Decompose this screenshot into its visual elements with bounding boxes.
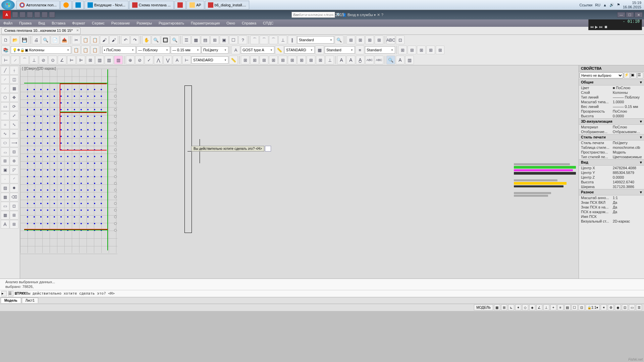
redo-icon[interactable]: ↷ (130, 36, 139, 44)
layer-tool-icon[interactable]: 📋 (91, 46, 99, 54)
preview-icon[interactable]: 🔍 (41, 36, 50, 44)
constraint-icon[interactable]: ∥ (288, 36, 297, 44)
array-icon[interactable]: ▦ (10, 84, 18, 93)
select-objects-icon[interactable]: ▣ (631, 72, 637, 78)
props-section[interactable]: Разное▾ (579, 189, 644, 195)
tool-icon[interactable]: ⊞ (210, 36, 219, 44)
text-tool-icon[interactable]: ▥ (405, 56, 414, 64)
props-row[interactable]: Знак ПСК в на...Да (579, 205, 644, 209)
arc-icon[interactable]: ⌒ (260, 36, 268, 44)
tablestyle-combo[interactable]: Standard▼ (325, 46, 355, 54)
dimstyle-combo[interactable]: STANDARD▼ (284, 46, 315, 54)
ellipse-icon[interactable]: ⬭ (1, 138, 9, 147)
command-input[interactable]: ▸ ☰ ШТРИХ Вы действительно хотите сделат… (0, 290, 644, 297)
document-tab[interactable]: Схема генплана 10...казчиком 11 06 15*✕ (1, 27, 80, 34)
insert-icon[interactable]: ⊞ (375, 36, 383, 44)
taskbar-item-5[interactable] (174, 1, 186, 9)
status-grid-icon[interactable]: ▦ (494, 304, 500, 310)
block-icon[interactable]: ⊞ (426, 46, 435, 54)
qat-open-icon[interactable] (19, 12, 25, 18)
text-icon[interactable]: ABC (386, 36, 395, 44)
qat-new-icon[interactable] (12, 12, 18, 18)
mlstyle-icon[interactable]: ≡ (356, 46, 364, 54)
taskbar-item-2[interactable] (72, 1, 84, 9)
props-row[interactable]: Тип линий——— ПоБлоку (579, 95, 644, 100)
menu-insert[interactable]: Вставка (48, 21, 69, 25)
status-annoscale[interactable]: 🔒 1:1 ▾ (586, 304, 600, 310)
props-row[interactable]: Пространство...Модель (579, 150, 644, 155)
dim-tool-icon[interactable]: ⋁ (163, 56, 172, 64)
menu-tools[interactable]: Сервис (89, 21, 108, 25)
status-snap-icon[interactable]: ⊞ (501, 304, 507, 310)
constraint-icon[interactable]: ⊥ (278, 36, 287, 44)
taskbar-item-7[interactable]: b6_dialog_install.... (205, 1, 249, 9)
status-clean-icon[interactable]: ▭ (629, 304, 635, 310)
tool-icon[interactable]: ⊞ (10, 211, 18, 220)
erase-icon[interactable]: ⌫ (10, 193, 18, 201)
taskbar-item-6[interactable]: АР (186, 1, 204, 9)
dim-ang-icon[interactable]: ∠ (58, 56, 66, 64)
annostyle-combo[interactable]: STANDARD▼ (192, 56, 228, 64)
status-3dosnap-icon[interactable]: ◈ (529, 304, 535, 310)
spds-icon[interactable]: ⊞ (269, 56, 278, 64)
calc-icon[interactable]: ▤ (201, 36, 210, 44)
taskbar-item-3[interactable]: Входящие - Novi... (85, 1, 128, 9)
tool-icon[interactable]: ⊞ (10, 220, 18, 229)
props-row[interactable]: ПрозрачностьПоСлою (579, 109, 644, 114)
layer-icon[interactable]: 📚 (1, 46, 10, 54)
start-button[interactable] (1, 0, 15, 10)
text-A-icon[interactable]: A̲ (356, 56, 365, 64)
status-tpy-icon[interactable]: ▤ (565, 304, 571, 310)
props-row[interactable]: Таблица стиле...monochrome.ctb (579, 145, 644, 150)
props-row[interactable]: Имя ПСК (579, 214, 644, 219)
taskbar-item-1[interactable] (60, 1, 72, 9)
region-icon[interactable]: ▭ (1, 202, 9, 210)
props-row[interactable]: Центр X2478284.4088 (579, 166, 644, 170)
app-logo-icon[interactable]: A (3, 11, 11, 19)
gradient-icon[interactable]: ▦ (1, 193, 9, 201)
cut-icon[interactable]: ✂ (72, 36, 80, 44)
tool-icon[interactable]: ▣ (220, 36, 228, 44)
copy-icon[interactable]: 📋 (81, 36, 90, 44)
prompt-input[interactable] (265, 146, 271, 152)
extend-icon[interactable]: ⟶ (10, 138, 18, 147)
zoom-prev-icon[interactable]: 🔍 (170, 36, 179, 44)
xline-icon[interactable]: ⟋ (1, 75, 9, 84)
zoom-rt-icon[interactable]: 🔍 (152, 36, 160, 44)
dim-tool-icon[interactable]: ⋀ (154, 56, 163, 64)
table-icon[interactable]: ▦ (1, 211, 9, 220)
dim-dia-icon[interactable]: ⊙ (48, 56, 57, 64)
dim-base-icon[interactable]: ⊫ (76, 56, 85, 64)
qat-redo-icon[interactable] (42, 12, 48, 18)
menu-draw[interactable]: Рисование (108, 21, 133, 25)
find-icon[interactable]: 🔍 (386, 56, 395, 64)
tray-icon[interactable]: 🔊 (609, 3, 614, 7)
dim-cont-icon[interactable]: ⊨ (67, 56, 76, 64)
spds-icon[interactable]: ⊞ (241, 56, 250, 64)
menu-modify[interactable]: Редактировать (155, 21, 187, 25)
status-annovis-icon[interactable]: ✶ (601, 304, 607, 310)
insert-icon[interactable]: ⊞ (346, 36, 355, 44)
spds-icon[interactable]: ⊞ (316, 56, 325, 64)
plotstyle-combo[interactable]: ПоЦвету▼ (202, 46, 228, 54)
music-prev-icon[interactable]: ⏮ (590, 25, 594, 29)
dim-tool-icon[interactable]: ⊘ (135, 56, 144, 64)
rect-icon[interactable]: ▭ (1, 102, 9, 111)
close-button[interactable]: ✕ (635, 12, 643, 17)
paste-icon[interactable]: 📋 (91, 36, 99, 44)
block-icon[interactable]: ⊞ (417, 46, 426, 54)
dim-ord-icon[interactable]: ⊥ (30, 56, 38, 64)
menu-format[interactable]: Формат (69, 21, 89, 25)
dim-tool-icon[interactable]: ⊕ (126, 56, 135, 64)
block-icon[interactable]: ⊞ (408, 46, 416, 54)
menu-dimension[interactable]: Размеры (133, 21, 155, 25)
sheet-icon[interactable]: ▦ (192, 36, 200, 44)
tray-icon[interactable]: ▲ (603, 3, 607, 7)
linetype-combo[interactable]: — ПоБлоку▼ (137, 46, 170, 54)
props-row[interactable]: Высота0.0000 (579, 114, 644, 118)
qat-save-icon[interactable] (27, 12, 33, 18)
rotate-icon[interactable]: ⟳ (10, 102, 18, 111)
block-icon[interactable]: ⊞ (436, 46, 444, 54)
textstyle-combo[interactable]: GOST type A▼ (241, 46, 274, 54)
status-model[interactable]: МОДЕЛЬ (474, 304, 493, 310)
